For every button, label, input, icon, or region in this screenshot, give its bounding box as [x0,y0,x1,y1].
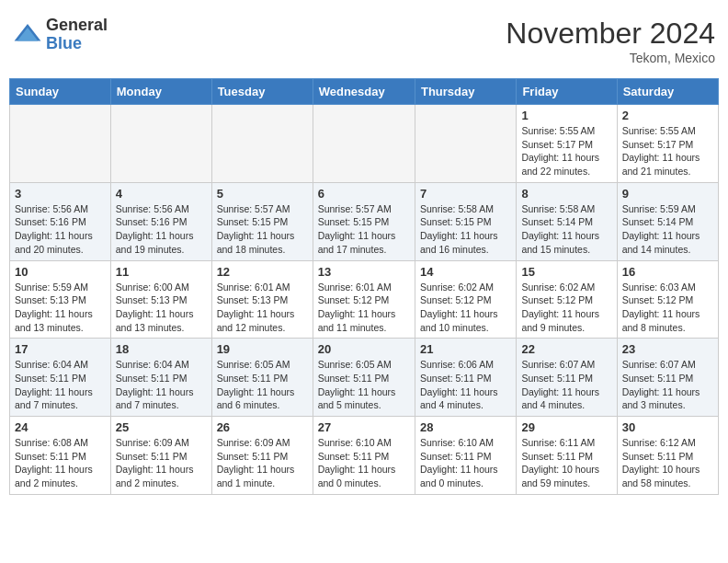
day-header-wednesday: Wednesday [313,79,415,105]
day-number: 29 [521,420,611,434]
day-number: 8 [521,187,611,201]
day-info: Sunrise: 5:59 AMSunset: 5:13 PMDaylight:… [15,281,106,335]
calendar-week-1: 1Sunrise: 5:55 AMSunset: 5:17 PMDaylight… [10,105,719,183]
day-number: 18 [116,342,207,356]
logo-blue: Blue [46,34,82,52]
calendar-day: 7Sunrise: 5:58 AMSunset: 5:15 PMDaylight… [415,182,516,260]
month-title: November 2024 [506,17,715,51]
calendar-day: 21Sunrise: 6:06 AMSunset: 5:11 PMDayligh… [415,339,516,417]
day-info: Sunrise: 6:10 AMSunset: 5:11 PMDaylight:… [420,436,511,490]
day-number: 5 [217,187,308,201]
day-number: 6 [318,187,410,201]
calendar-day: 3Sunrise: 5:56 AMSunset: 5:16 PMDaylight… [10,182,111,260]
day-info: Sunrise: 5:55 AMSunset: 5:17 PMDaylight:… [521,124,611,178]
logo-text: General Blue [46,17,108,53]
calendar-day: 17Sunrise: 6:04 AMSunset: 5:11 PMDayligh… [10,339,111,417]
day-info: Sunrise: 6:01 AMSunset: 5:12 PMDaylight:… [318,281,410,335]
day-number: 25 [116,420,207,434]
calendar-day: 11Sunrise: 6:00 AMSunset: 5:13 PMDayligh… [110,260,211,339]
day-info: Sunrise: 6:12 AMSunset: 5:11 PMDaylight:… [622,436,713,490]
day-number: 2 [622,109,713,122]
day-info: Sunrise: 6:10 AMSunset: 5:11 PMDaylight:… [318,436,410,490]
day-info: Sunrise: 6:07 AMSunset: 5:11 PMDaylight:… [622,358,713,412]
day-number: 3 [15,187,106,201]
day-info: Sunrise: 6:05 AMSunset: 5:11 PMDaylight:… [318,358,410,412]
calendar-day: 20Sunrise: 6:05 AMSunset: 5:11 PMDayligh… [313,339,415,417]
calendar-day: 4Sunrise: 5:56 AMSunset: 5:16 PMDaylight… [110,182,211,260]
calendar-day: 25Sunrise: 6:09 AMSunset: 5:11 PMDayligh… [110,417,211,495]
day-info: Sunrise: 6:02 AMSunset: 5:12 PMDaylight:… [521,281,611,335]
logo-icon [13,20,42,50]
day-header-sunday: Sunday [10,79,111,105]
calendar-day: 23Sunrise: 6:07 AMSunset: 5:11 PMDayligh… [617,339,718,417]
day-info: Sunrise: 5:57 AMSunset: 5:15 PMDaylight:… [217,202,308,257]
day-header-tuesday: Tuesday [211,79,313,105]
day-number: 15 [521,265,611,279]
day-info: Sunrise: 6:08 AMSunset: 5:11 PMDaylight:… [15,436,106,490]
calendar-day: 13Sunrise: 6:01 AMSunset: 5:12 PMDayligh… [313,260,415,339]
calendar-day: 14Sunrise: 6:02 AMSunset: 5:12 PMDayligh… [415,260,516,339]
calendar-day: 1Sunrise: 5:55 AMSunset: 5:17 PMDaylight… [517,105,617,183]
day-number: 24 [15,420,106,434]
day-info: Sunrise: 6:00 AMSunset: 5:13 PMDaylight:… [116,281,207,335]
logo: General Blue [13,17,108,53]
day-info: Sunrise: 5:58 AMSunset: 5:14 PMDaylight:… [521,202,611,257]
day-info: Sunrise: 6:05 AMSunset: 5:11 PMDaylight:… [217,358,308,412]
calendar-day: 8Sunrise: 5:58 AMSunset: 5:14 PMDaylight… [517,182,617,260]
day-number: 7 [420,187,511,201]
day-number: 12 [217,265,308,279]
day-number: 28 [420,420,511,434]
day-number: 22 [521,342,611,356]
day-number: 16 [622,265,713,279]
calendar-day: 2Sunrise: 5:55 AMSunset: 5:17 PMDaylight… [617,105,718,183]
day-info: Sunrise: 6:07 AMSunset: 5:11 PMDaylight:… [521,358,611,412]
calendar-day: 28Sunrise: 6:10 AMSunset: 5:11 PMDayligh… [415,417,516,495]
calendar-day: 27Sunrise: 6:10 AMSunset: 5:11 PMDayligh… [313,417,415,495]
calendar-day [313,105,415,183]
day-info: Sunrise: 5:57 AMSunset: 5:15 PMDaylight:… [318,202,410,257]
calendar-day: 19Sunrise: 6:05 AMSunset: 5:11 PMDayligh… [211,339,313,417]
day-header-friday: Friday [517,79,617,105]
calendar-week-5: 24Sunrise: 6:08 AMSunset: 5:11 PMDayligh… [10,417,719,495]
calendar-day: 15Sunrise: 6:02 AMSunset: 5:12 PMDayligh… [517,260,617,339]
calendar-week-2: 3Sunrise: 5:56 AMSunset: 5:16 PMDaylight… [10,182,719,260]
day-number: 10 [15,265,106,279]
day-header-thursday: Thursday [415,79,516,105]
calendar-day: 24Sunrise: 6:08 AMSunset: 5:11 PMDayligh… [10,417,111,495]
calendar-day [415,105,516,183]
day-number: 9 [622,187,713,201]
day-info: Sunrise: 6:11 AMSunset: 5:11 PMDaylight:… [521,436,611,490]
day-header-saturday: Saturday [617,79,718,105]
title-block: November 2024 Tekom, Mexico [506,17,715,65]
day-info: Sunrise: 5:59 AMSunset: 5:14 PMDaylight:… [622,202,713,257]
calendar-day: 10Sunrise: 5:59 AMSunset: 5:13 PMDayligh… [10,260,111,339]
day-number: 23 [622,342,713,356]
calendar-day: 26Sunrise: 6:09 AMSunset: 5:11 PMDayligh… [211,417,313,495]
day-number: 26 [217,420,308,434]
day-info: Sunrise: 6:09 AMSunset: 5:11 PMDaylight:… [116,436,207,490]
calendar-week-3: 10Sunrise: 5:59 AMSunset: 5:13 PMDayligh… [10,260,719,339]
calendar-day: 5Sunrise: 5:57 AMSunset: 5:15 PMDaylight… [211,182,313,260]
day-info: Sunrise: 6:04 AMSunset: 5:11 PMDaylight:… [116,358,207,412]
day-info: Sunrise: 6:02 AMSunset: 5:12 PMDaylight:… [420,281,511,335]
calendar-day [211,105,313,183]
calendar-day [10,105,111,183]
day-info: Sunrise: 5:56 AMSunset: 5:16 PMDaylight:… [116,202,207,257]
location: Tekom, Mexico [506,51,715,65]
day-number: 14 [420,265,511,279]
calendar-day: 30Sunrise: 6:12 AMSunset: 5:11 PMDayligh… [617,417,718,495]
logo-general: General [46,16,108,34]
page-header: General Blue November 2024 Tekom, Mexico [9,9,719,73]
day-number: 30 [622,420,713,434]
calendar-day: 9Sunrise: 5:59 AMSunset: 5:14 PMDaylight… [617,182,718,260]
calendar-day: 22Sunrise: 6:07 AMSunset: 5:11 PMDayligh… [517,339,617,417]
calendar-day: 29Sunrise: 6:11 AMSunset: 5:11 PMDayligh… [517,417,617,495]
calendar-header-row: SundayMondayTuesdayWednesdayThursdayFrid… [10,79,719,105]
calendar-day: 12Sunrise: 6:01 AMSunset: 5:13 PMDayligh… [211,260,313,339]
day-number: 11 [116,265,207,279]
day-number: 19 [217,342,308,356]
day-number: 13 [318,265,410,279]
day-number: 1 [521,109,611,122]
day-number: 17 [15,342,106,356]
calendar-week-4: 17Sunrise: 6:04 AMSunset: 5:11 PMDayligh… [10,339,719,417]
